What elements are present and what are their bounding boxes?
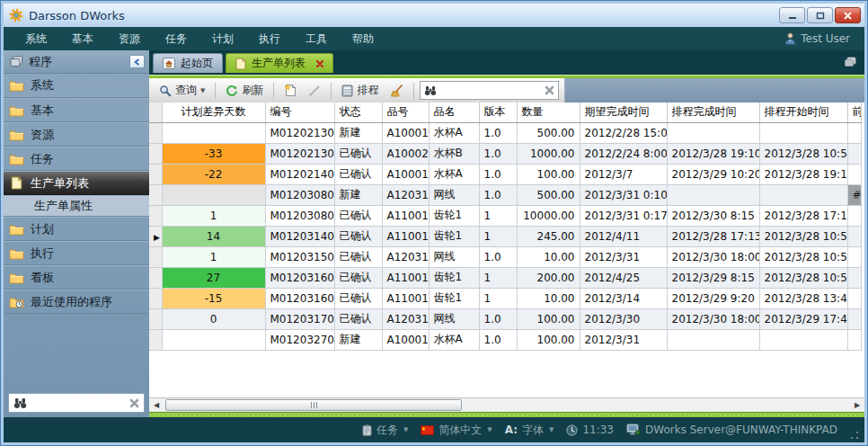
cell-plan-diff-days[interactable]: -15	[162, 288, 265, 308]
cell-expected-finish[interactable]: 2012/3/31	[580, 329, 667, 350]
cell-status[interactable]: 已确认	[334, 143, 382, 164]
cell-overflow[interactable]	[847, 288, 861, 308]
cell-plan-diff-days[interactable]: 0	[162, 308, 265, 329]
cell-scheduled-start[interactable]: 2012/3/29 17:46	[759, 308, 847, 329]
column-header-10[interactable]: 前	[847, 103, 861, 122]
tab-list-icon[interactable]	[844, 57, 857, 67]
cell-version[interactable]: 1.0	[479, 308, 517, 329]
sidebar-item-5[interactable]: 生产单属性	[4, 195, 149, 217]
cell-scheduled-start[interactable]	[759, 122, 847, 143]
cell-item-name[interactable]: 水杯B	[429, 143, 479, 164]
column-header-1[interactable]: 编号	[265, 103, 334, 122]
sidebar-item-8[interactable]: 看板	[4, 265, 149, 290]
cell-scheduled-finish[interactable]	[667, 329, 759, 350]
cell-scheduled-finish[interactable]: 2012/3/29 9:20	[667, 288, 759, 308]
cell-quantity[interactable]: 100.00	[517, 329, 580, 350]
column-header-7[interactable]: 期望完成时间	[580, 103, 667, 122]
cell-overflow[interactable]	[847, 226, 861, 246]
tab-close-icon[interactable]	[316, 60, 323, 67]
cell-plan-diff-days[interactable]: -33	[162, 143, 265, 164]
cell-scheduled-start[interactable]	[759, 329, 847, 350]
cell-scheduled-start[interactable]: 2012/3/28 10:52	[759, 226, 847, 246]
cell-version[interactable]: 1.0	[479, 184, 517, 205]
cell-plan-diff-days[interactable]: -22	[162, 164, 265, 184]
sidebar-item-0[interactable]: 系统	[4, 74, 149, 98]
cell-order-code[interactable]: M012021301	[265, 122, 334, 143]
cell-item-name[interactable]: 网线	[429, 184, 479, 205]
scroll-left-icon[interactable]: ◀	[149, 398, 164, 412]
cell-scheduled-finish[interactable]: 2012/3/28 17:13	[667, 226, 759, 246]
sidebar-collapse-button[interactable]	[129, 55, 145, 68]
sidebar-item-3[interactable]: 任务	[4, 147, 149, 171]
cell-overflow[interactable]	[847, 246, 861, 267]
cell-status[interactable]: 已确认	[334, 164, 382, 184]
column-header-6[interactable]: 数量	[517, 103, 580, 122]
cell-expected-finish[interactable]: 2012/4/11	[580, 226, 667, 246]
cell-expected-finish[interactable]: 2012/3/31	[580, 246, 667, 267]
cell-overflow[interactable]	[847, 308, 861, 329]
cell-quantity[interactable]: 10.00	[517, 246, 580, 267]
cell-item-no[interactable]: A10001	[382, 164, 429, 184]
cell-order-code[interactable]: M012031701	[265, 308, 334, 329]
cell-status[interactable]: 已确认	[334, 288, 382, 308]
status-task-dropdown[interactable]: 任务 ▼	[362, 423, 408, 438]
cell-plan-diff-days[interactable]: 14	[162, 226, 265, 246]
cell-order-code[interactable]: M012031402	[265, 226, 334, 246]
cell-item-name[interactable]: 网线	[429, 308, 479, 329]
cell-item-no[interactable]: A11001	[382, 267, 429, 288]
sidebar-item-9[interactable]: 最近使用的程序	[4, 290, 149, 314]
cell-overflow[interactable]	[847, 122, 861, 143]
scroll-right-icon[interactable]: ▶	[850, 398, 864, 412]
sidebar-item-7[interactable]: 执行	[4, 241, 149, 265]
cell-item-no[interactable]: A11001	[382, 226, 429, 246]
cell-quantity[interactable]: 500.00	[517, 122, 580, 143]
cell-scheduled-finish[interactable]: 2012/3/30 18:00	[667, 246, 759, 267]
edit-button-disabled[interactable]	[304, 83, 325, 99]
cell-scheduled-start[interactable]	[759, 184, 847, 205]
cell-version[interactable]: 1	[479, 288, 517, 308]
cell-version[interactable]: 1	[479, 205, 517, 226]
cell-item-no[interactable]: A12031	[382, 246, 429, 267]
cell-item-name[interactable]: 水杯A	[429, 122, 479, 143]
refresh-button[interactable]: 刷新	[221, 81, 268, 100]
cell-item-name[interactable]: 水杯A	[429, 329, 479, 350]
column-header-8[interactable]: 排程完成时间	[667, 103, 759, 122]
cell-quantity[interactable]: 10.00	[517, 288, 580, 308]
menu-item-3[interactable]: 任务	[153, 28, 199, 50]
restore-button[interactable]	[807, 7, 833, 23]
cell-scheduled-start[interactable]: 2012/3/28 19:10	[759, 164, 847, 184]
sidebar-search-input[interactable]	[31, 397, 125, 409]
cell-expected-finish[interactable]: 2012/3/7	[580, 164, 667, 184]
cell-plan-diff-days[interactable]: 1	[162, 205, 265, 226]
cell-scheduled-finish[interactable]: 2012/3/29 8:15	[667, 267, 759, 288]
cell-plan-diff-days[interactable]	[162, 184, 265, 205]
cell-plan-diff-days[interactable]: 1	[162, 246, 265, 267]
cell-status[interactable]: 已确认	[334, 226, 382, 246]
cell-overflow[interactable]	[847, 164, 861, 184]
cell-version[interactable]: 1	[479, 267, 517, 288]
tab-home[interactable]: 起始页	[153, 53, 223, 73]
cell-quantity[interactable]: 245.00	[517, 226, 580, 246]
cell-item-no[interactable]: A12031	[382, 184, 429, 205]
cell-order-code[interactable]: M012031602	[265, 288, 334, 308]
column-header-9[interactable]: 排程开始时间	[759, 103, 847, 122]
cell-plan-diff-days[interactable]	[162, 122, 265, 143]
tab-production-order-list[interactable]: 生产单列表	[226, 53, 333, 73]
cell-quantity[interactable]: 100.00	[517, 164, 580, 184]
toolbar-search-clear-icon[interactable]	[545, 85, 554, 95]
column-header-3[interactable]: 品号	[382, 103, 429, 122]
cell-status[interactable]: 已确认	[334, 205, 382, 226]
cell-status[interactable]: 已确认	[334, 267, 382, 288]
cell-quantity[interactable]: 500.00	[517, 184, 580, 205]
cell-scheduled-finish[interactable]	[667, 184, 759, 205]
cell-overflow[interactable]	[847, 267, 861, 288]
status-font-dropdown[interactable]: A: 字体 ▼	[505, 423, 554, 438]
cell-order-code[interactable]: M012032701	[265, 329, 334, 350]
cell-item-no[interactable]: A11001	[382, 205, 429, 226]
cell-version[interactable]: 1.0	[479, 143, 517, 164]
cell-item-name[interactable]: 齿轮1	[429, 267, 479, 288]
cell-status[interactable]: 新建	[334, 122, 382, 143]
cell-scheduled-start[interactable]: 2012/3/28 10:52	[759, 143, 847, 164]
cell-order-code[interactable]: M012031501	[265, 246, 334, 267]
cell-item-no[interactable]: A11001	[382, 288, 429, 308]
